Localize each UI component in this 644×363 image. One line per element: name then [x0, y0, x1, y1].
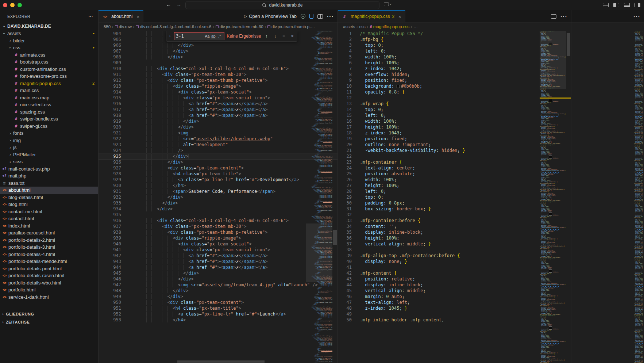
- split-editor-icon[interactable]: [317, 14, 323, 19]
- code-token[interactable]: [360, 224, 365, 229]
- code-token[interactable]: padding: [365, 200, 383, 206]
- close-window-icon[interactable]: [3, 3, 7, 7]
- code-line[interactable]: 924 />: [99, 148, 338, 153]
- code-line[interactable]: 21 -webkit-backface-visibility: hidden; …: [338, 148, 571, 153]
- code-token[interactable]: ✗: [236, 259, 239, 264]
- code-line[interactable]: 27 height: 100%;: [338, 183, 571, 188]
- code-token[interactable]: ": [202, 282, 204, 287]
- code-token[interactable]: class: [186, 177, 199, 182]
- code-token[interactable]: {: [399, 160, 402, 165]
- code-line[interactable]: 912 <div class="px-team-thumb p-relative…: [99, 77, 338, 83]
- code-token[interactable]: >: [297, 177, 299, 182]
- code-line[interactable]: 929 <a class="px-line-lr" href="#">Devel…: [99, 177, 338, 183]
- code-token[interactable]: div: [189, 119, 197, 124]
- code-token[interactable]: ;: [381, 43, 383, 48]
- code-token[interactable]: }: [402, 89, 405, 95]
- code-token[interactable]: :: [378, 177, 383, 182]
- code-line[interactable]: 16 width: 100%;: [338, 118, 571, 124]
- code-token[interactable]: h4: [175, 306, 180, 311]
- code-token[interactable]: ;: [402, 200, 405, 206]
- code-token[interactable]: div: [170, 230, 178, 235]
- breadcrumb-item[interactable]: …: [413, 24, 418, 29]
- code-token[interactable]: div: [183, 276, 191, 282]
- code-token[interactable]: 0: [386, 294, 389, 299]
- code-token[interactable]: :: [381, 236, 386, 241]
- code-token[interactable]: =: [189, 72, 191, 77]
- code-line[interactable]: 11 opacity: 0.8; }: [338, 89, 571, 95]
- code-token[interactable]: [233, 177, 236, 182]
- code-token[interactable]: [360, 183, 365, 188]
- code-token[interactable]: >: [265, 78, 267, 83]
- minimap-2[interactable]: /* Magnific Popup CSS */.mfp-bg { top: 0…: [540, 31, 566, 363]
- toggle-primary-sidebar-icon[interactable]: [613, 3, 619, 7]
- code-token[interactable]: div: [189, 271, 197, 276]
- code-line[interactable]: 909: [99, 60, 338, 66]
- code-token[interactable]: vertical-align: [365, 241, 402, 247]
- code-line[interactable]: 941 <div class="px-team-social-icon">: [99, 247, 338, 253]
- more-actions-icon[interactable]: ···: [560, 13, 567, 20]
- code-token[interactable]: 1045: [389, 306, 399, 311]
- code-token[interactable]: }: [405, 306, 407, 311]
- code-token[interactable]: ;: [423, 206, 428, 211]
- code-token[interactable]: h4: [175, 171, 180, 176]
- code-token[interactable]: [392, 200, 394, 206]
- code-token[interactable]: }: [463, 148, 465, 153]
- code-token[interactable]: "px-team-social-icon": [212, 95, 268, 100]
- code-token[interactable]: 100%: [386, 236, 397, 241]
- code-line[interactable]: 28 left: 0;: [338, 188, 571, 194]
- code-token[interactable]: !important: [402, 142, 428, 147]
- code-token[interactable]: <: [189, 265, 191, 270]
- code-token[interactable]: ✗: [236, 265, 239, 270]
- match-case-icon[interactable]: Aa: [204, 34, 210, 38]
- code-token[interactable]: [189, 282, 191, 287]
- open-phoneview-button[interactable]: ▷ Open a PhoneView Tab: [244, 14, 297, 19]
- code-token[interactable]: [136, 206, 157, 211]
- code-line[interactable]: 29 top: 0;: [338, 194, 571, 200]
- tab-magnific-popup-css[interactable]: # magnific-popup.css 2 ×: [338, 10, 405, 22]
- code-token[interactable]: [136, 300, 167, 305]
- tree-file-mail.php[interactable]: <?mail.php: [0, 172, 98, 180]
- code-token[interactable]: >: [186, 154, 188, 159]
- code-token[interactable]: #0b0b0b: [401, 84, 420, 89]
- code-token[interactable]: margin: [365, 294, 381, 299]
- code-token[interactable]: [136, 294, 167, 299]
- code-token[interactable]: ;: [402, 294, 405, 299]
- code-token[interactable]: =: [191, 142, 194, 147]
- code-token[interactable]: ><: [217, 101, 223, 106]
- code-token[interactable]: </: [178, 43, 183, 48]
- code-token[interactable]: "px-team-content": [196, 300, 241, 305]
- code-line[interactable]: 936 <div class="col-xxl-3 col-lg-4 col-m…: [99, 218, 338, 223]
- code-token[interactable]: [178, 165, 181, 171]
- code-token[interactable]: [136, 66, 157, 71]
- code-token[interactable]: [136, 43, 178, 48]
- code-token[interactable]: :: [375, 113, 381, 118]
- code-token[interactable]: >: [239, 171, 241, 176]
- code-token[interactable]: [136, 148, 178, 153]
- code-token[interactable]: fixed: [392, 136, 405, 141]
- code-token[interactable]: [360, 195, 365, 200]
- code-token[interactable]: ;: [420, 84, 422, 89]
- code-token[interactable]: hidden: [392, 72, 407, 77]
- code-token[interactable]: hidden: [441, 148, 457, 153]
- code-token[interactable]: </: [239, 113, 244, 118]
- code-token[interactable]: [415, 218, 418, 223]
- code-token[interactable]: left: [397, 300, 407, 305]
- code-token[interactable]: ": [273, 282, 275, 287]
- tree-folder-scss[interactable]: ›scss: [0, 158, 98, 165]
- tree-file-portfolio-details-wbo.html[interactable]: <>portfolio-details-wbo.html: [0, 279, 98, 287]
- remote-window-button[interactable]: ›: [384, 2, 391, 6]
- code-token[interactable]: [233, 312, 236, 317]
- code-token[interactable]: img: [181, 130, 189, 135]
- code-line[interactable]: 17 height: 100%;: [338, 124, 571, 130]
- code-token[interactable]: </: [167, 160, 173, 165]
- code-token[interactable]: div: [186, 247, 194, 252]
- code-line[interactable]: 20 outline: none !important;: [338, 142, 571, 148]
- code-line[interactable]: 3 top: 0;: [338, 42, 571, 48]
- code-token[interactable]: 1043: [389, 130, 399, 135]
- zoom-window-icon[interactable]: [18, 3, 22, 7]
- code-token[interactable]: div: [165, 224, 173, 229]
- code-line[interactable]: 33.mfp-container:before {: [338, 218, 571, 223]
- code-token[interactable]: >: [239, 236, 241, 241]
- code-line[interactable]: 24 text-align: center;: [338, 165, 571, 171]
- code-token[interactable]: [360, 125, 365, 130]
